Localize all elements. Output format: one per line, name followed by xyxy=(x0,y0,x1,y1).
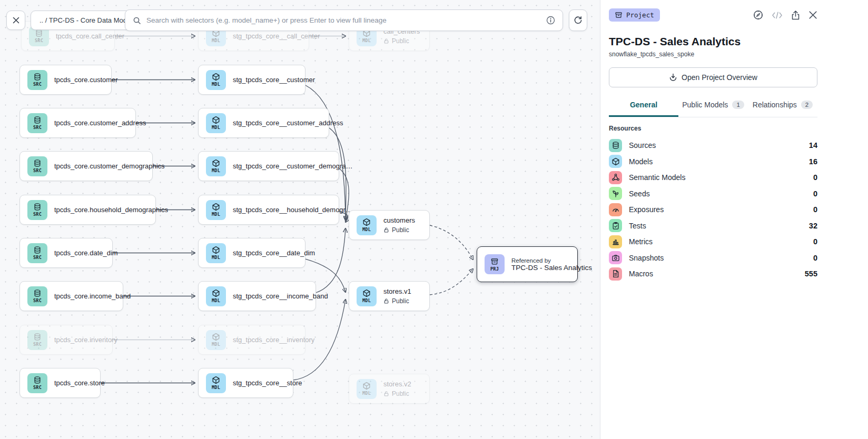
lineage-node-mdl-stg-household-demographics[interactable]: MDLstg_tpcds_core__household_demogr… xyxy=(198,195,339,225)
search-input[interactable] xyxy=(146,16,541,24)
resource-row-metrics[interactable]: Metrics0 xyxy=(609,234,817,250)
lineage-node-src-store[interactable]: SRCtpcds_core.store xyxy=(19,368,101,398)
cube-icon: MDL xyxy=(206,330,226,350)
resources-header: Resources xyxy=(609,125,817,132)
tab-public-models[interactable]: Public Models1 xyxy=(678,95,748,117)
resource-label: Semantic Models xyxy=(629,173,806,182)
resource-label: Snapshots xyxy=(629,254,806,262)
tab-label: General xyxy=(630,101,657,109)
cube-icon: MDL xyxy=(206,156,226,176)
cube-icon xyxy=(609,155,622,168)
tab-general[interactable]: General xyxy=(609,95,678,117)
cube-icon: MDL xyxy=(206,243,226,263)
resource-row-macros[interactable]: Macros555 xyxy=(609,266,817,282)
resource-row-seeds[interactable]: Seeds0 xyxy=(609,186,817,202)
resource-row-models[interactable]: Models16 xyxy=(609,154,817,170)
resource-row-tests[interactable]: Tests32 xyxy=(609,218,817,234)
tab-count-badge: 1 xyxy=(732,101,744,109)
panel-tabs: GeneralPublic Models1Relationships2 xyxy=(609,95,817,117)
resource-row-sources[interactable]: Sources14 xyxy=(609,137,817,154)
lineage-node-src-household-demographics[interactable]: SRCtpcds_core.household_demographics xyxy=(19,195,156,225)
resource-row-semantic-models[interactable]: Semantic Models0 xyxy=(609,169,817,186)
node-referenced-by-label: Referenced by xyxy=(511,257,592,264)
node-label: stg_tpcds_core__date_dim xyxy=(233,249,315,257)
public-access-label: Public xyxy=(383,297,411,305)
refresh-lineage-button[interactable] xyxy=(569,9,587,31)
lineage-node-src-inventory[interactable]: SRCtpcds_core.inventory xyxy=(19,325,113,355)
share-icon[interactable] xyxy=(791,10,801,21)
tab-count-badge: 2 xyxy=(801,101,813,109)
database-icon: SRC xyxy=(27,330,47,350)
cube-icon: MDL xyxy=(206,373,226,393)
resource-count: 0 xyxy=(813,189,817,198)
lineage-node-mdl-stores-v1[interactable]: MDLstores.v1Public xyxy=(349,281,430,311)
explore-compass-icon[interactable] xyxy=(753,9,764,21)
resource-label: Seeds xyxy=(629,189,806,198)
project-archive-icon: PRJ xyxy=(485,254,505,274)
lineage-node-src-income-band[interactable]: SRCtpcds_core.income_band xyxy=(19,281,123,311)
lineage-node-prj-sales-analytics[interactable]: PRJReferenced byTPC-DS - Sales Analytics xyxy=(477,246,578,282)
node-label: tpcds_core.inventory xyxy=(54,336,117,344)
lock-icon xyxy=(383,391,389,397)
node-label: tpcds_core.call_center xyxy=(56,32,124,40)
semantic-graph-icon xyxy=(609,171,622,184)
close-panel-icon[interactable] xyxy=(808,11,817,19)
resource-count: 32 xyxy=(809,222,817,230)
lineage-node-mdl-stores-v2[interactable]: MDLstores.v2Public xyxy=(349,374,430,404)
node-label: customers xyxy=(383,216,415,224)
node-label: stg_tpcds_core__inventory xyxy=(233,336,314,344)
cube-icon: MDL xyxy=(206,286,226,306)
node-label: tpcds_core.income_band xyxy=(54,292,131,300)
lineage-edge xyxy=(430,269,473,295)
lineage-node-src-customer-demographics[interactable]: SRCtpcds_core.customer_demographics xyxy=(19,151,153,181)
resource-row-exposures[interactable]: Exposures0 xyxy=(609,202,817,218)
node-label: tpcds_core.customer xyxy=(54,76,118,84)
node-label: TPC-DS - Sales Analytics xyxy=(511,264,592,272)
lineage-node-mdl-stg-date-dim[interactable]: MDLstg_tpcds_core__date_dim xyxy=(198,238,305,268)
open-project-overview-button[interactable]: Open Project Overview xyxy=(609,67,817,87)
lineage-node-src-customer[interactable]: SRCtpcds_core.customer xyxy=(19,65,112,95)
lock-icon xyxy=(383,298,389,304)
resource-row-snapshots[interactable]: Snapshots0 xyxy=(609,250,817,266)
project-details-panel: Project TPC-DS - Sales Analytics snowfla… xyxy=(600,0,868,439)
project-archive-icon xyxy=(615,11,623,19)
lineage-node-src-customer-address[interactable]: SRCtpcds_core.customer_address xyxy=(19,108,136,138)
database-icon: SRC xyxy=(27,373,47,393)
tab-relationships[interactable]: Relationships2 xyxy=(748,95,817,117)
close-lineage-button[interactable] xyxy=(6,11,25,30)
node-label: tpcds_core.date_dim xyxy=(54,249,118,257)
camera-icon xyxy=(609,251,622,264)
bar-chart-icon xyxy=(609,235,622,248)
lineage-node-src-date-dim[interactable]: SRCtpcds_core.date_dim xyxy=(19,238,113,268)
lineage-node-mdl-stg-income-band[interactable]: MDLstg_tpcds_core__income_band xyxy=(198,281,316,311)
project-type-badge: Project xyxy=(609,8,660,22)
info-icon[interactable] xyxy=(546,16,555,25)
cube-icon: MDL xyxy=(357,379,377,399)
database-icon: SRC xyxy=(27,156,47,176)
code-icon[interactable] xyxy=(772,11,783,19)
resource-label: Exposures xyxy=(629,205,806,214)
database-icon: SRC xyxy=(27,200,47,220)
node-label: stores.v2 xyxy=(383,380,411,388)
project-subtitle: snowflake_tpcds_sales_spoke xyxy=(609,51,817,58)
resource-count: 0 xyxy=(813,254,817,262)
open-overview-label: Open Project Overview xyxy=(682,73,757,82)
cube-icon: MDL xyxy=(206,113,226,133)
lineage-node-mdl-stg-customer[interactable]: MDLstg_tpcds_core__customer xyxy=(198,65,305,95)
resource-label: Tests xyxy=(629,222,802,230)
lineage-canvas[interactable]: SRCtpcds_core.call_centerSRCtpcds_core.c… xyxy=(0,0,600,439)
lineage-node-mdl-stg-store[interactable]: MDLstg_tpcds_core__store xyxy=(198,368,293,398)
resource-count: 0 xyxy=(813,173,817,182)
database-icon: SRC xyxy=(27,286,47,306)
public-access-label: Public xyxy=(383,37,420,45)
lineage-node-mdl-customers[interactable]: MDLcustomersPublic xyxy=(349,210,430,240)
public-access-label: Public xyxy=(383,226,415,234)
lineage-node-mdl-stg-customer-address[interactable]: MDLstg_tpcds_core__customer_address xyxy=(198,108,329,138)
search-bar[interactable] xyxy=(125,9,563,31)
node-label: stg_tpcds_core__call_center xyxy=(233,32,320,40)
clipboard-check-icon xyxy=(609,219,622,232)
cube-icon: MDL xyxy=(206,200,226,220)
lineage-node-mdl-stg-customer-demographics[interactable]: MDLstg_tpcds_core__customer_demogra… xyxy=(198,151,339,181)
lineage-node-mdl-stg-inventory[interactable]: MDLstg_tpcds_core__inventory xyxy=(198,325,305,355)
tab-label: Public Models xyxy=(682,101,728,109)
